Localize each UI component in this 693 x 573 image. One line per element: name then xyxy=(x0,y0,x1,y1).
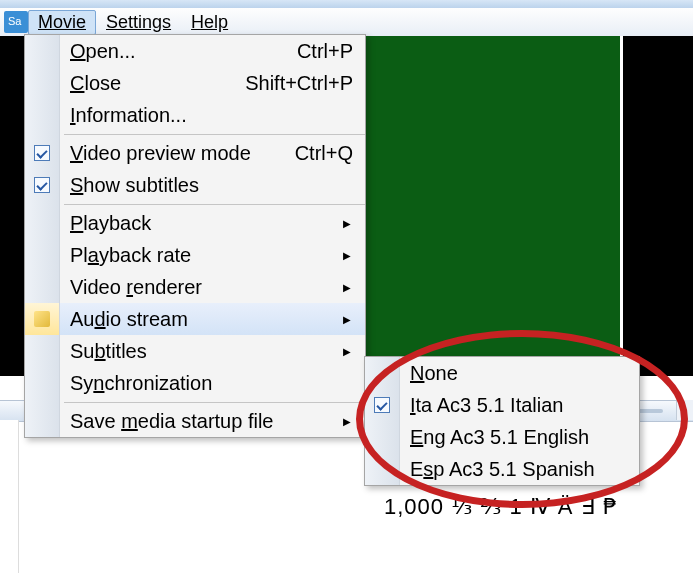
checkbox-checked-icon xyxy=(374,397,390,413)
music-note-icon xyxy=(34,311,50,327)
shortcut: Shift+Ctrl+P xyxy=(245,72,365,95)
label: Playback xyxy=(60,212,343,235)
gutter xyxy=(25,405,60,437)
menu-synchronization[interactable]: Synchronization xyxy=(25,367,365,399)
label: Esp Ac3 5.1 Spanish xyxy=(400,458,639,481)
label: Playback rate xyxy=(60,244,343,267)
seek-bar-right-cap xyxy=(676,400,693,420)
menu-video-preview-mode[interactable]: Video preview mode Ctrl+Q xyxy=(25,137,365,169)
menubar: Movie Settings Help xyxy=(0,8,693,37)
label: Video preview mode xyxy=(60,142,295,165)
gutter xyxy=(25,303,60,335)
gutter xyxy=(25,367,60,399)
menu-show-subtitles[interactable]: Show subtitles xyxy=(25,169,365,201)
gutter xyxy=(25,67,60,99)
gutter xyxy=(25,271,60,303)
label: Subtitles xyxy=(60,340,343,363)
label: Audio stream xyxy=(60,308,343,331)
gutter xyxy=(365,453,400,485)
submenu-arrow-icon: ▶ xyxy=(343,218,365,229)
menu-open[interactable]: Open... Ctrl+P xyxy=(25,35,365,67)
menu-audio-stream[interactable]: Audio stream ▶ xyxy=(25,303,365,335)
gutter xyxy=(25,99,60,131)
checkbox-checked-icon xyxy=(34,177,50,193)
label: Close xyxy=(60,72,245,95)
submenu-arrow-icon: ▶ xyxy=(343,314,365,325)
submenu-arrow-icon: ▶ xyxy=(343,416,365,427)
menu-playback[interactable]: Playback ▶ xyxy=(25,207,365,239)
gutter xyxy=(365,389,400,421)
gutter xyxy=(25,335,60,367)
app-window: Movie Settings Help 1,000 ⅓ ⅔ 1 Ⅳ Ä ∃ ₱ … xyxy=(0,0,693,573)
label: None xyxy=(400,362,639,385)
label: Video renderer xyxy=(60,276,343,299)
menu-information[interactable]: Information... xyxy=(25,99,365,131)
shortcut: Ctrl+Q xyxy=(295,142,365,165)
checkbox-checked-icon xyxy=(34,145,50,161)
label: Information... xyxy=(60,104,365,127)
gutter xyxy=(365,421,400,453)
movie-menu: Open... Ctrl+P Close Shift+Ctrl+P Inform… xyxy=(24,34,366,438)
gutter xyxy=(25,35,60,67)
label: Synchronization xyxy=(60,372,365,395)
gutter xyxy=(365,357,400,389)
audio-stream-submenu: None Ita Ac3 5.1 Italian Eng Ac3 5.1 Eng… xyxy=(364,356,640,486)
label: Open... xyxy=(60,40,297,63)
shortcut: Ctrl+P xyxy=(297,40,365,63)
menu-subtitles[interactable]: Subtitles ▶ xyxy=(25,335,365,367)
menu-playback-rate[interactable]: Playback rate ▶ xyxy=(25,239,365,271)
menu-movie[interactable]: Movie xyxy=(28,10,96,35)
label: Save media startup file xyxy=(60,410,343,433)
label: Eng Ac3 5.1 English xyxy=(400,426,639,449)
audio-esp[interactable]: Esp Ac3 5.1 Spanish xyxy=(365,453,639,485)
gutter xyxy=(25,239,60,271)
submenu-arrow-icon: ▶ xyxy=(343,346,365,357)
label: Ita Ac3 5.1 Italian xyxy=(400,394,639,417)
gutter xyxy=(25,169,60,201)
sample-text: 1,000 ⅓ ⅔ 1 Ⅳ Ä ∃ ₱ xyxy=(384,494,618,520)
menu-save-startup-file[interactable]: Save media startup file ▶ xyxy=(25,405,365,437)
menu-close[interactable]: Close Shift+Ctrl+P xyxy=(25,67,365,99)
app-icon xyxy=(4,11,28,33)
gutter xyxy=(25,207,60,239)
menu-settings[interactable]: Settings xyxy=(96,10,181,35)
menu-help[interactable]: Help xyxy=(181,10,238,35)
label: Show subtitles xyxy=(60,174,365,197)
audio-none[interactable]: None xyxy=(365,357,639,389)
audio-ita[interactable]: Ita Ac3 5.1 Italian xyxy=(365,389,639,421)
submenu-arrow-icon: ▶ xyxy=(343,282,365,293)
menu-video-renderer[interactable]: Video renderer ▶ xyxy=(25,271,365,303)
left-gutter xyxy=(0,420,19,573)
audio-eng[interactable]: Eng Ac3 5.1 English xyxy=(365,421,639,453)
gutter xyxy=(25,137,60,169)
submenu-arrow-icon: ▶ xyxy=(343,250,365,261)
